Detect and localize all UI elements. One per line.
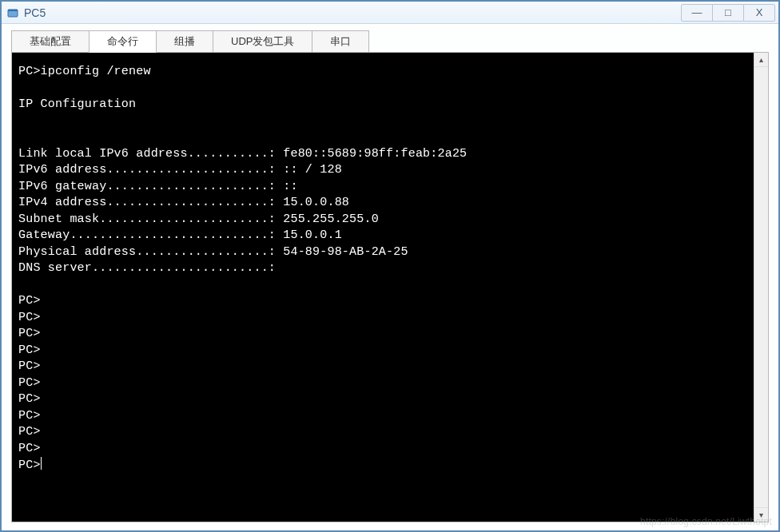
tab-command-line[interactable]: 命令行	[89, 30, 157, 53]
scrollbar-up-arrow[interactable]: ▴	[754, 53, 768, 67]
tab-label: 基础配置	[30, 34, 71, 49]
minimize-icon: —	[692, 6, 702, 18]
tab-multicast[interactable]: 组播	[156, 30, 213, 53]
tabstrip: 基础配置 命令行 组播 UDP发包工具 串口	[11, 30, 769, 53]
scrollbar-down-arrow[interactable]: ▾	[754, 507, 768, 522]
tab-label: 串口	[330, 34, 351, 49]
tab-serial[interactable]: 串口	[312, 30, 369, 53]
minimize-button[interactable]: —	[681, 4, 713, 22]
tab-udp-tool[interactable]: UDP发包工具	[213, 30, 312, 53]
window-title: PC5	[24, 6, 682, 19]
terminal[interactable]: PC>ipconfig /renew IP Configuration Link…	[12, 53, 754, 522]
titlebar: PC5 — □ X	[2, 2, 778, 24]
tab-label: 组播	[174, 34, 195, 49]
maximize-button[interactable]: □	[712, 4, 744, 22]
content-area: 基础配置 命令行 组播 UDP发包工具 串口 PC>ipconfig /rene…	[2, 24, 778, 530]
close-button[interactable]: X	[743, 4, 775, 22]
app-icon	[6, 6, 19, 19]
maximize-icon: □	[725, 6, 731, 18]
terminal-container: PC>ipconfig /renew IP Configuration Link…	[11, 52, 769, 522]
svg-rect-1	[8, 10, 18, 11]
vertical-scrollbar[interactable]: ▴ ▾	[754, 53, 768, 522]
tab-label: UDP发包工具	[231, 34, 294, 49]
tab-label: 命令行	[107, 34, 138, 49]
tab-basic-config[interactable]: 基础配置	[11, 30, 90, 53]
window-controls: — □ X	[682, 4, 775, 22]
close-icon: X	[756, 6, 763, 18]
